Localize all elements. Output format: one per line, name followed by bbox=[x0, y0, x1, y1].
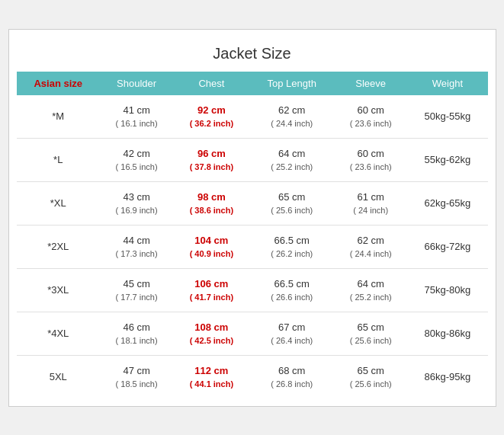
header-row: Asian size Shoulder Chest Top Length Sle… bbox=[17, 72, 488, 95]
cell-top-length: 65 cm ( 25.6 inch) bbox=[249, 181, 334, 225]
cell-shoulder: 43 cm ( 16.9 inch) bbox=[100, 181, 173, 225]
header-asian-size: Asian size bbox=[17, 72, 100, 95]
cell-sleeve: 65 cm ( 25.6 inch) bbox=[334, 312, 407, 355]
cell-size: *XL bbox=[17, 181, 100, 225]
cell-top-length: 66.5 cm ( 26.6 inch) bbox=[249, 268, 334, 312]
header-weight: Weight bbox=[407, 72, 487, 95]
cell-shoulder: 45 cm ( 17.7 inch) bbox=[100, 268, 173, 312]
cell-shoulder: 41 cm ( 16.1 inch) bbox=[100, 95, 173, 139]
cell-weight: 66kg-72kg bbox=[407, 225, 487, 268]
header-chest: Chest bbox=[173, 72, 249, 95]
cell-chest: 96 cm ( 37.8 inch) bbox=[173, 138, 249, 181]
header-sleeve: Sleeve bbox=[334, 72, 407, 95]
cell-top-length: 66.5 cm ( 26.2 inch) bbox=[249, 225, 334, 268]
table-row: *M 41 cm ( 16.1 inch) 92 cm ( 36.2 inch)… bbox=[17, 95, 488, 139]
cell-sleeve: 60 cm ( 23.6 inch) bbox=[334, 138, 407, 181]
cell-shoulder: 47 cm ( 18.5 inch) bbox=[100, 355, 173, 398]
cell-sleeve: 62 cm ( 24.4 inch) bbox=[334, 225, 407, 268]
table-row: *2XL 44 cm ( 17.3 inch) 104 cm ( 40.9 in… bbox=[17, 225, 488, 268]
cell-chest: 98 cm ( 38.6 inch) bbox=[173, 181, 249, 225]
cell-top-length: 62 cm ( 24.4 inch) bbox=[249, 95, 334, 139]
table-row: *L 42 cm ( 16.5 inch) 96 cm ( 37.8 inch)… bbox=[17, 138, 488, 181]
cell-weight: 75kg-80kg bbox=[407, 268, 487, 312]
cell-chest: 92 cm ( 36.2 inch) bbox=[173, 95, 249, 139]
cell-chest: 106 cm ( 41.7 inch) bbox=[173, 268, 249, 312]
cell-shoulder: 42 cm ( 16.5 inch) bbox=[100, 138, 173, 181]
table-row: *XL 43 cm ( 16.9 inch) 98 cm ( 38.6 inch… bbox=[17, 181, 488, 225]
cell-weight: 55kg-62kg bbox=[407, 138, 487, 181]
cell-top-length: 64 cm ( 25.2 inch) bbox=[249, 138, 334, 181]
cell-sleeve: 64 cm ( 25.2 inch) bbox=[334, 268, 407, 312]
cell-weight: 62kg-65kg bbox=[407, 181, 487, 225]
jacket-size-table: Jacket Size Asian size Shoulder Chest To… bbox=[8, 29, 496, 407]
cell-size: *L bbox=[17, 138, 100, 181]
table-row: *3XL 45 cm ( 17.7 inch) 106 cm ( 41.7 in… bbox=[17, 268, 488, 312]
cell-size: *4XL bbox=[17, 312, 100, 355]
cell-size: 5XL bbox=[17, 355, 100, 398]
cell-sleeve: 65 cm ( 25.6 inch) bbox=[334, 355, 407, 398]
cell-size: *3XL bbox=[17, 268, 100, 312]
header-shoulder: Shoulder bbox=[100, 72, 173, 95]
cell-weight: 80kg-86kg bbox=[407, 312, 487, 355]
cell-weight: 86kg-95kg bbox=[407, 355, 487, 398]
cell-chest: 112 cm ( 44.1 inch) bbox=[173, 355, 249, 398]
table-title: Jacket Size bbox=[17, 37, 488, 72]
cell-sleeve: 60 cm ( 23.6 inch) bbox=[334, 95, 407, 139]
cell-size: *2XL bbox=[17, 225, 100, 268]
cell-size: *M bbox=[17, 95, 100, 139]
size-table: Asian size Shoulder Chest Top Length Sle… bbox=[17, 72, 488, 398]
header-top-length: Top Length bbox=[249, 72, 334, 95]
table-row: 5XL 47 cm ( 18.5 inch) 112 cm ( 44.1 inc… bbox=[17, 355, 488, 398]
cell-top-length: 68 cm ( 26.8 inch) bbox=[249, 355, 334, 398]
cell-top-length: 67 cm ( 26.4 inch) bbox=[249, 312, 334, 355]
cell-shoulder: 46 cm ( 18.1 inch) bbox=[100, 312, 173, 355]
cell-sleeve: 61 cm ( 24 inch) bbox=[334, 181, 407, 225]
cell-chest: 108 cm ( 42.5 inch) bbox=[173, 312, 249, 355]
cell-shoulder: 44 cm ( 17.3 inch) bbox=[100, 225, 173, 268]
cell-chest: 104 cm ( 40.9 inch) bbox=[173, 225, 249, 268]
table-row: *4XL 46 cm ( 18.1 inch) 108 cm ( 42.5 in… bbox=[17, 312, 488, 355]
cell-weight: 50kg-55kg bbox=[407, 95, 487, 139]
